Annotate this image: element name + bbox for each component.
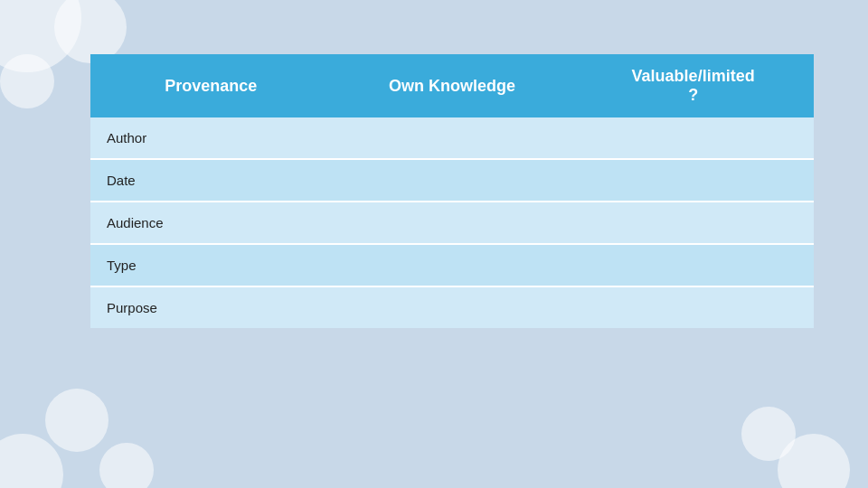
- table-row: Type: [90, 244, 814, 286]
- table-row: Date: [90, 159, 814, 202]
- header-own-knowledge: Own Knowledge: [332, 54, 573, 117]
- date-valuable-cell: [572, 159, 814, 202]
- audience-cell: Audience: [90, 202, 332, 244]
- table-row: Audience: [90, 202, 814, 244]
- header-valuable-limited: Valuable/limited?: [572, 54, 814, 117]
- type-cell: Type: [90, 244, 332, 286]
- date-own-knowledge-cell: [332, 159, 573, 202]
- purpose-own-knowledge-cell: [332, 286, 573, 328]
- decorative-circle-3: [0, 54, 54, 108]
- header-provenance: Provenance: [90, 54, 332, 117]
- table-row: Purpose: [90, 286, 814, 328]
- purpose-cell: Purpose: [90, 286, 332, 328]
- table-row: Author: [90, 117, 814, 159]
- table-container: Provenance Own Knowledge Valuable/limite…: [90, 54, 814, 434]
- header-row: Provenance Own Knowledge Valuable/limite…: [90, 54, 814, 117]
- type-own-knowledge-cell: [332, 244, 573, 286]
- audience-own-knowledge-cell: [332, 202, 573, 244]
- author-cell: Author: [90, 117, 332, 159]
- author-own-knowledge-cell: [332, 117, 573, 159]
- decorative-circle-6: [99, 443, 154, 488]
- date-cell: Date: [90, 159, 332, 202]
- audience-valuable-cell: [572, 202, 814, 244]
- author-valuable-cell: [572, 117, 814, 159]
- main-table: Provenance Own Knowledge Valuable/limite…: [90, 54, 814, 328]
- purpose-valuable-cell: [572, 286, 814, 328]
- type-valuable-cell: [572, 244, 814, 286]
- header-valuable-limited-text: Valuable/limited?: [632, 67, 755, 104]
